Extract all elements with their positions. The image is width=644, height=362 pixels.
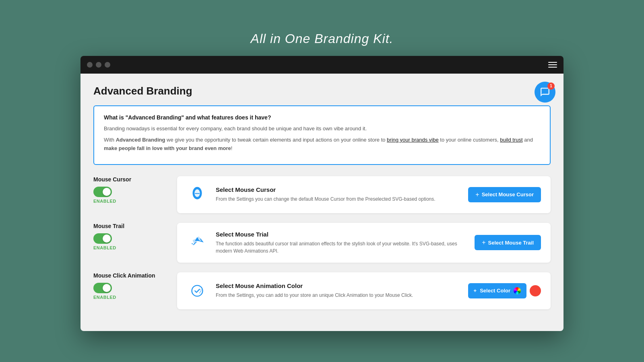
section-label-mouse-trail: Mouse Trail ENABLED — [93, 223, 166, 250]
feature-desc-mouse-click: From the Settings, you can add to your s… — [216, 292, 460, 299]
select-color-button[interactable]: + Select Color — [468, 283, 526, 298]
section-title-mouse-cursor: Mouse Cursor — [93, 176, 166, 183]
main-title: All in One Branding Kit. — [251, 31, 394, 46]
info-link-trust[interactable]: build trust — [500, 137, 522, 143]
toggle-knob-mouse-trail — [103, 234, 111, 243]
info-brand-strong: Advanced Branding — [116, 137, 165, 143]
info-paragraph-1: Branding nowadays is essential for every… — [104, 125, 540, 133]
hamburger-menu-icon[interactable] — [548, 62, 557, 68]
browser-dot-1 — [87, 62, 93, 68]
feature-desc-mouse-cursor: From the Settings you can change the def… — [216, 195, 460, 203]
section-title-mouse-trail: Mouse Trail — [93, 223, 166, 229]
toggle-mouse-click[interactable] — [93, 283, 112, 293]
page-title: Advanced Branding — [93, 85, 551, 97]
section-mouse-trail: Mouse Trail ENABLED — [93, 223, 551, 263]
section-title-mouse-click: Mouse Click Animation — [93, 272, 166, 279]
toggle-label-mouse-trail: ENABLED — [93, 245, 116, 250]
color-dot-red — [530, 285, 541, 296]
toggle-mouse-trail[interactable] — [93, 233, 112, 244]
mouse-cursor-icon — [187, 184, 208, 205]
feature-title-mouse-trail: Select Mouse Trial — [216, 231, 466, 238]
color-button-group: + Select Color — [468, 283, 541, 298]
plus-icon: + — [475, 191, 479, 198]
toggle-container-mouse-click: ENABLED — [93, 283, 166, 300]
info-box-title: What is "Advanced Branding" and what fea… — [104, 114, 540, 121]
mouse-trail-icon — [187, 232, 208, 253]
select-mouse-cursor-label: Select Mouse Cursor — [482, 191, 534, 197]
section-mouse-cursor: Mouse Cursor ENABLED Sele — [93, 176, 551, 213]
info-box-text: Branding nowadays is essential for every… — [104, 125, 540, 153]
toggle-container-mouse-trail: ENABLED — [93, 233, 166, 250]
toggle-knob-mouse-click — [103, 284, 111, 292]
feature-info-mouse-cursor: Select Mouse Cursor From the Settings yo… — [216, 186, 460, 203]
card-mouse-click: Select Mouse Animation Color From the Se… — [177, 272, 551, 309]
mouse-animation-icon — [187, 280, 208, 301]
toggle-knob-mouse-cursor — [103, 188, 111, 196]
feature-info-mouse-trail: Select Mouse Trial The function adds bea… — [216, 231, 466, 255]
info-strong-love: make people fall in love with your brand… — [104, 145, 231, 151]
feature-title-mouse-click: Select Mouse Animation Color — [216, 282, 460, 289]
info-box: What is "Advanced Branding" and what fea… — [93, 105, 551, 165]
svg-point-6 — [192, 285, 203, 296]
select-mouse-trail-label: Select Mouse Trail — [488, 240, 534, 246]
hamburger-line-3 — [548, 67, 557, 68]
browser-window: Advanced Branding 1 What is "Advanced Br… — [80, 56, 564, 331]
notification-badge: 1 — [547, 82, 555, 90]
color-dot-rainbow — [514, 287, 521, 294]
browser-dot-3 — [105, 62, 110, 68]
feature-title-mouse-cursor: Select Mouse Cursor — [216, 186, 460, 193]
plus-icon-trail: + — [482, 239, 485, 246]
section-label-mouse-cursor: Mouse Cursor ENABLED — [93, 176, 166, 204]
card-mouse-cursor: Select Mouse Cursor From the Settings yo… — [177, 176, 551, 213]
feature-info-mouse-click: Select Mouse Animation Color From the Se… — [216, 282, 460, 299]
browser-titlebar — [80, 56, 564, 74]
chat-button[interactable]: 1 — [535, 82, 555, 103]
hamburger-line-1 — [548, 62, 557, 63]
toggle-label-mouse-cursor: ENABLED — [93, 199, 116, 204]
browser-dots — [87, 62, 110, 68]
toggle-mouse-cursor[interactable] — [93, 187, 112, 197]
browser-content: Advanced Branding 1 What is "Advanced Br… — [80, 74, 564, 331]
info-link-vibe[interactable]: bring your brands vibe — [387, 137, 439, 143]
toggle-container-mouse-cursor: ENABLED — [93, 187, 166, 204]
plus-icon-color: + — [474, 288, 477, 294]
hamburger-line-2 — [548, 64, 557, 65]
info-paragraph-2: With Advanced Branding we give you the o… — [104, 136, 540, 153]
section-mouse-click: Mouse Click Animation ENABLED — [93, 272, 551, 309]
select-mouse-cursor-button[interactable]: + Select Mouse Cursor — [468, 187, 541, 202]
card-mouse-trail: Select Mouse Trial The function adds bea… — [177, 223, 551, 263]
select-mouse-trail-button[interactable]: + Select Mouse Trail — [475, 235, 541, 250]
select-color-label: Select Color — [480, 288, 510, 294]
section-label-mouse-click: Mouse Click Animation ENABLED — [93, 272, 166, 300]
feature-desc-mouse-trail: The function adds beautiful cursor trail… — [216, 240, 466, 255]
svg-rect-2 — [195, 193, 200, 194]
browser-dot-2 — [96, 62, 101, 68]
toggle-label-mouse-click: ENABLED — [93, 295, 116, 300]
